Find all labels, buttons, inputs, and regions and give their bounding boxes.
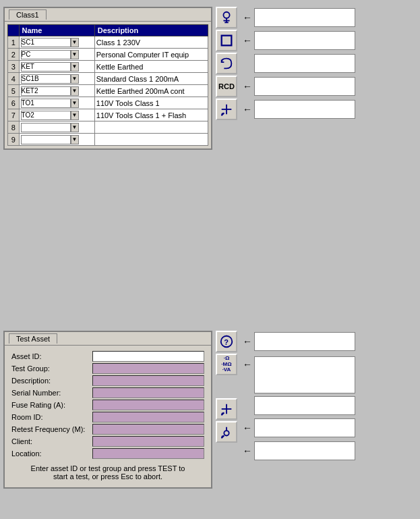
row-num-9: 9 (8, 134, 20, 146)
test-asset-form: Asset ID:Test Group:Description:Serial N… (7, 348, 208, 485)
form-label-5: Room ID: (11, 413, 92, 421)
name-cell-3: ▼ (19, 61, 94, 73)
form-input-3[interactable] (92, 387, 204, 398)
form-label-8: Location: (11, 449, 92, 458)
form-input-2[interactable] (92, 375, 204, 386)
row-num-2: 2 (8, 49, 20, 61)
indicator-box-5 (254, 100, 355, 119)
col-num-header (8, 25, 20, 36)
name-input-2[interactable] (21, 50, 71, 59)
desc-cell-6: 110V Tools Class 1 (94, 97, 208, 109)
name-cell-2: ▼ (19, 49, 94, 61)
name-cell-9: ▼ (19, 134, 94, 146)
form-row-8: Location: (11, 448, 204, 459)
form-label-1: Test Group: (11, 364, 92, 373)
form-input-4[interactable] (92, 400, 204, 410)
arrow-2 (243, 35, 254, 46)
svg-point-0 (223, 12, 229, 18)
name-input-4[interactable] (21, 74, 71, 84)
name-dropdown-btn-9[interactable]: ▼ (71, 135, 79, 144)
name-dropdown-btn-5[interactable]: ▼ (71, 86, 79, 96)
indicator-box-2 (254, 31, 355, 50)
row-num-3: 3 (8, 61, 20, 73)
row-num-5: 5 (8, 85, 20, 97)
form-input-0[interactable] (92, 351, 204, 362)
form-row-6: Retest Frequency (M): (11, 424, 204, 435)
name-dropdown-btn-4[interactable]: ▼ (71, 74, 79, 84)
form-label-6: Retest Frequency (M): (11, 425, 92, 433)
class-panel-titlebar: Class1 (5, 8, 211, 22)
indicator-box-4 (254, 77, 355, 96)
desc-cell-9 (94, 134, 208, 146)
bottom-indicator-box-2 (254, 356, 355, 393)
name-cell-1: ▼ (19, 36, 94, 49)
name-dropdown-btn-3[interactable]: ▼ (71, 62, 79, 72)
form-input-5[interactable] (92, 412, 204, 422)
test-run-button[interactable] (216, 421, 237, 443)
help-button[interactable]: ? (216, 331, 237, 352)
desc-cell-8 (94, 121, 208, 134)
name-input-6[interactable] (21, 99, 71, 108)
bottom-indicator-row-3 (243, 395, 355, 416)
bottom-indicator-box-1 (254, 332, 355, 351)
name-input-8[interactable] (21, 123, 71, 132)
col-desc-header: Description (94, 25, 208, 36)
indicator-box-1 (254, 8, 355, 27)
desc-cell-5: Kettle Earthed 200mA cont (94, 85, 208, 97)
form-row-0: Asset ID: (11, 351, 204, 362)
name-dropdown-btn-8[interactable]: ▼ (71, 123, 79, 132)
indicator-row-1 (243, 7, 355, 28)
indicator-row-4 (243, 76, 355, 97)
form-row-1: Test Group: (11, 363, 204, 374)
col-name-header: Name (19, 25, 94, 36)
bottom-indicator-row-1: ← (243, 331, 355, 352)
bottom-add-button[interactable] (216, 398, 237, 420)
desc-cell-7: 110V Tools Class 1 + Flash (94, 109, 208, 121)
status-text: Enter asset ID or test group and press T… (11, 463, 204, 482)
top-sidebar-buttons: RCD (216, 7, 237, 120)
form-row-7: Client: (11, 436, 204, 447)
test-asset-panel: Test Asset Asset ID:Test Group:Descripti… (3, 331, 212, 489)
class-tab[interactable]: Class1 (9, 9, 47, 20)
indicator-box-3 (254, 54, 355, 73)
name-input-9[interactable] (21, 135, 71, 144)
form-input-7[interactable] (92, 436, 204, 447)
earth-button[interactable] (216, 7, 237, 28)
name-dropdown-btn-1[interactable]: ▼ (71, 38, 79, 47)
top-indicators (243, 7, 355, 121)
row-num-7: 7 (8, 109, 20, 121)
form-label-0: Asset ID: (11, 352, 92, 360)
name-input-5[interactable] (21, 86, 71, 96)
rcd-button[interactable]: RCD (216, 76, 237, 97)
indicator-row-2 (243, 30, 355, 51)
add-edit-button[interactable] (216, 99, 237, 120)
name-cell-4: ▼ (19, 73, 94, 85)
form-input-8[interactable] (92, 448, 204, 459)
form-label-2: Description: (11, 377, 92, 385)
form-input-6[interactable] (92, 424, 204, 435)
row-num-1: 1 (8, 36, 20, 49)
undo-button[interactable] (216, 53, 237, 74)
name-dropdown-btn-2[interactable]: ▼ (71, 50, 79, 59)
form-input-1[interactable] (92, 363, 204, 374)
form-row-4: Fuse Rating (A): (11, 400, 204, 410)
name-cell-5: ▼ (19, 85, 94, 97)
name-cell-8: ▼ (19, 121, 94, 134)
name-dropdown-btn-7[interactable]: ▼ (71, 111, 79, 120)
name-input-3[interactable] (21, 62, 71, 72)
test-asset-tab[interactable]: Test Asset (9, 333, 57, 344)
bottom-indicator-box-3 (254, 396, 355, 415)
indicator-row-3 (243, 53, 355, 74)
form-row-5: Room ID: (11, 412, 204, 422)
arrow-5 (243, 104, 254, 115)
multimeter-button[interactable]: ·Ω ·MΩ ·VA (216, 354, 237, 375)
desc-cell-1: Class 1 230V (94, 36, 208, 49)
name-dropdown-btn-6[interactable]: ▼ (71, 99, 79, 108)
class-table: Name Description 1▼Class 1 230V2▼Persona… (7, 24, 208, 146)
name-cell-6: ▼ (19, 97, 94, 109)
bottom-sidebar-buttons: ? ·Ω ·MΩ ·VA (216, 331, 237, 443)
name-input-7[interactable] (21, 111, 71, 120)
bottom-indicator-box-4 (254, 418, 355, 437)
square-button[interactable] (216, 30, 237, 51)
name-input-1[interactable] (21, 38, 71, 47)
